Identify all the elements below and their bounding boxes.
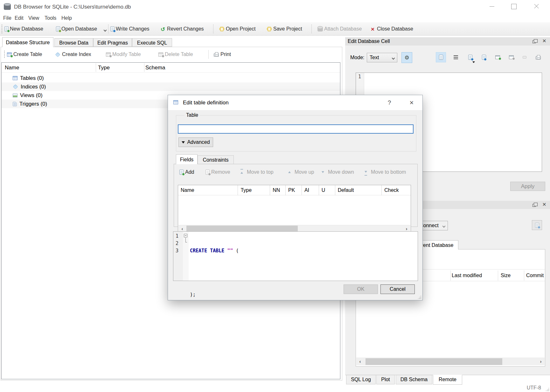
import-cell-button[interactable]	[465, 52, 475, 62]
modify-table-icon	[106, 52, 111, 57]
float-panel-icon[interactable]	[531, 38, 538, 44]
col-check[interactable]: Check	[382, 185, 411, 195]
modify-table-button[interactable]: Modify Table	[106, 49, 141, 60]
menu-file[interactable]: File	[2, 14, 13, 22]
remote-column-last-modified[interactable]: Last modified	[452, 270, 496, 282]
scroll-left-icon[interactable]: ‹	[356, 358, 364, 365]
advanced-button[interactable]: Advanced	[178, 137, 213, 147]
remove-field-button[interactable]: Remove	[205, 167, 230, 177]
attach-database-button[interactable]: Attach Database	[317, 24, 362, 34]
toolbar-separator	[108, 24, 108, 33]
tab-fields[interactable]: Fields	[176, 154, 198, 164]
remote-column-size[interactable]: Size	[501, 270, 522, 282]
col-u[interactable]: U	[319, 185, 335, 195]
tab-db-schema[interactable]: DB Schema	[396, 375, 432, 384]
revert-changes-button[interactable]: Revert Changes	[161, 24, 204, 34]
tree-column-name[interactable]: Name	[5, 63, 19, 73]
fields-table-header[interactable]: Name Type NN PK AI U Default Check	[178, 185, 411, 195]
tab-browse-data[interactable]: Browse Data	[54, 38, 93, 47]
move-bottom-button[interactable]: Move to bottom	[365, 167, 406, 177]
link-icon	[509, 55, 514, 59]
menu-view[interactable]: View	[27, 14, 40, 22]
close-window-button[interactable]	[529, 0, 544, 13]
open-in-window-button[interactable]	[492, 52, 503, 62]
delete-table-button[interactable]: Delete Table	[158, 49, 193, 60]
structure-toolbar-handle[interactable]	[4, 50, 5, 59]
tab-constraints[interactable]: Constraints	[198, 155, 234, 164]
write-changes-button[interactable]: Write Changes	[110, 24, 150, 34]
open-project-button[interactable]: Open Project	[219, 24, 255, 34]
tree-column-schema[interactable]: Schema	[145, 63, 165, 73]
menu-help[interactable]: Help	[60, 14, 73, 22]
link-button[interactable]	[506, 52, 516, 62]
dialog-title: Edit table definition	[183, 95, 229, 110]
tree-column-type[interactable]: Type	[98, 63, 110, 73]
indent-button[interactable]	[451, 52, 461, 62]
move-down-button[interactable]: Move down	[322, 167, 354, 177]
fields-table[interactable]: Name Type NN PK AI U Default Check ‹ ›	[178, 185, 411, 233]
tab-edit-pragmas[interactable]: Edit Pragmas	[93, 38, 132, 47]
mode-select[interactable]: Text	[367, 53, 397, 62]
tree-row-tables[interactable]: Tables (0)	[2, 74, 340, 82]
gear-icon	[404, 53, 409, 63]
remote-column-commit[interactable]: Commit	[526, 270, 544, 282]
app-window: DB Browser for SQLite - C:\Users\turne\d…	[0, 0, 550, 392]
open-database-button[interactable]: Open Database	[56, 24, 106, 34]
tab-execute-sql[interactable]: Execute SQL	[132, 38, 172, 47]
print-button[interactable]: Print	[214, 49, 231, 60]
close-database-icon	[371, 27, 376, 32]
close-database-button[interactable]: Close Database	[371, 24, 413, 34]
col-nn[interactable]: NN	[270, 185, 286, 195]
move-up-button[interactable]: Move up	[288, 167, 314, 177]
close-panel-icon[interactable]	[541, 202, 548, 207]
cancel-button[interactable]: Cancel	[380, 284, 415, 294]
table-name-input[interactable]	[178, 124, 414, 134]
scrollbar-thumb[interactable]	[366, 358, 502, 365]
open-database-dropdown-icon[interactable]	[104, 28, 107, 32]
print-cell-button[interactable]	[533, 52, 543, 62]
text-mode-button[interactable]	[436, 52, 446, 62]
tab-remote[interactable]: Remote	[433, 375, 462, 385]
new-database-button[interactable]: New Database	[4, 24, 43, 34]
tab-plot[interactable]: Plot	[376, 375, 395, 384]
dialog-resize-grip[interactable]	[418, 295, 421, 299]
help-button[interactable]: ?	[383, 98, 396, 108]
scroll-right-icon[interactable]: ›	[537, 358, 545, 365]
window-resize-grip[interactable]	[546, 388, 549, 391]
add-field-button[interactable]: Add	[179, 167, 194, 177]
col-name[interactable]: Name	[178, 185, 238, 195]
create-table-button[interactable]: Create Table	[7, 49, 42, 60]
word-wrap-settings-button[interactable]	[401, 52, 412, 63]
minimize-button[interactable]	[485, 0, 499, 13]
close-panel-icon[interactable]	[541, 38, 548, 44]
tree-row-indices[interactable]: Indices (0)	[2, 82, 340, 91]
fold-collapse-icon[interactable]	[184, 234, 187, 237]
remote-clone-button[interactable]	[532, 220, 542, 230]
apply-button[interactable]: Apply	[510, 182, 545, 191]
toolbar-drag-handle[interactable]	[1, 24, 3, 34]
write-changes-icon	[110, 26, 115, 32]
ok-button[interactable]: OK	[344, 284, 378, 294]
remote-horizontal-scrollbar[interactable]: ‹ ›	[356, 358, 545, 365]
dialog-titlebar[interactable]: Edit table definition ? ×	[168, 95, 422, 110]
col-default[interactable]: Default	[335, 185, 382, 195]
move-down-icon	[322, 169, 324, 175]
col-pk[interactable]: PK	[286, 185, 302, 195]
close-dialog-button[interactable]: ×	[405, 98, 418, 108]
tab-sql-log[interactable]: SQL Log	[346, 375, 376, 384]
export-cell-button[interactable]	[479, 52, 489, 62]
sql-fold-margin[interactable]	[183, 232, 189, 281]
save-project-button[interactable]: Save Project	[267, 24, 302, 34]
maximize-button[interactable]	[506, 0, 521, 13]
menu-tools[interactable]: Tools	[43, 14, 58, 22]
tree-header[interactable]: Name Type Schema	[2, 63, 340, 73]
create-index-button[interactable]: Create Index	[56, 49, 91, 60]
float-panel-icon[interactable]	[531, 202, 538, 207]
col-ai[interactable]: AI	[302, 185, 319, 195]
null-button[interactable]	[519, 52, 530, 62]
move-top-button[interactable]: Move to top	[240, 167, 274, 177]
tab-database-structure[interactable]: Database Structure	[2, 37, 53, 47]
col-type[interactable]: Type	[238, 185, 270, 195]
encoding-status: UTF-8	[527, 384, 541, 392]
menu-edit[interactable]: Edit	[13, 14, 25, 22]
